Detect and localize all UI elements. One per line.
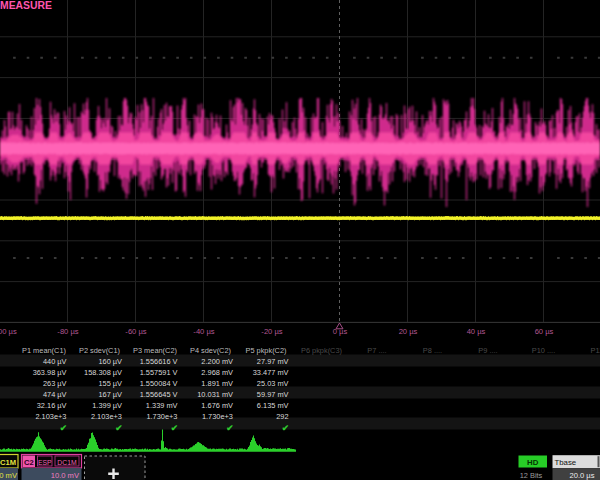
- svg-text:20 µs: 20 µs: [399, 327, 418, 336]
- svg-text:-80 µs: -80 µs: [57, 327, 78, 336]
- svg-text:2.103e+3: 2.103e+3: [35, 412, 66, 421]
- svg-text:0 mV: 0 mV: [0, 471, 18, 480]
- svg-text:-100 µs: -100 µs: [0, 327, 17, 336]
- svg-text:-20 µs: -20 µs: [261, 327, 282, 336]
- svg-text:HD: HD: [527, 458, 539, 467]
- svg-text:1.339 mV: 1.339 mV: [146, 401, 178, 410]
- svg-text:158.308 µV: 158.308 µV: [84, 368, 122, 377]
- svg-text:P10 ....: P10 ....: [532, 346, 555, 355]
- svg-text:1.550084 V: 1.550084 V: [140, 379, 178, 388]
- svg-text:167 µV: 167 µV: [98, 390, 122, 399]
- svg-text:292: 292: [276, 412, 288, 421]
- svg-text:1.556616 V: 1.556616 V: [140, 357, 178, 366]
- svg-text:ESP: ESP: [38, 459, 52, 466]
- svg-text:P1 mean(C1): P1 mean(C1): [22, 346, 66, 355]
- svg-text:2.103e+3: 2.103e+3: [91, 412, 122, 421]
- svg-text:155 µV: 155 µV: [98, 379, 122, 388]
- svg-text:-60 µs: -60 µs: [125, 327, 146, 336]
- svg-text:✔: ✔: [282, 423, 289, 433]
- svg-text:1.399 µV: 1.399 µV: [92, 401, 122, 410]
- svg-text:✔: ✔: [226, 423, 233, 433]
- svg-text:P8 ....: P8 ....: [423, 346, 442, 355]
- svg-text:160 µV: 160 µV: [98, 357, 122, 366]
- svg-text:33.477 mV: 33.477 mV: [253, 368, 289, 377]
- svg-text:363.98 µV: 363.98 µV: [33, 368, 67, 377]
- svg-text:✔: ✔: [60, 423, 67, 433]
- svg-text:59.97 mV: 59.97 mV: [257, 390, 289, 399]
- svg-text:263 µV: 263 µV: [43, 379, 67, 388]
- svg-text:27.97 mV: 27.97 mV: [257, 357, 289, 366]
- svg-text:440 µV: 440 µV: [43, 357, 67, 366]
- svg-text:DC1M: DC1M: [0, 458, 16, 467]
- svg-text:2.968 mV: 2.968 mV: [201, 368, 233, 377]
- svg-text:DC1M: DC1M: [57, 459, 77, 466]
- svg-text:6.135 mV: 6.135 mV: [257, 401, 289, 410]
- svg-text:1.676 mV: 1.676 mV: [201, 401, 233, 410]
- svg-text:-40 µs: -40 µs: [193, 327, 214, 336]
- svg-text:MEASURE: MEASURE: [0, 0, 52, 11]
- svg-text:40 µs: 40 µs: [467, 327, 486, 336]
- svg-text:12 Bits: 12 Bits: [520, 471, 543, 480]
- svg-text:32.16 µV: 32.16 µV: [37, 401, 67, 410]
- svg-text:1.556645 V: 1.556645 V: [140, 390, 178, 399]
- svg-text:P5 pkpk(C2): P5 pkpk(C2): [245, 346, 286, 355]
- svg-text:1.891 mV: 1.891 mV: [201, 379, 233, 388]
- svg-text:C2: C2: [24, 458, 34, 467]
- svg-text:P2 sdev(C1): P2 sdev(C1): [79, 346, 120, 355]
- svg-text:P6 pkpk(C3): P6 pkpk(C3): [301, 346, 342, 355]
- svg-text:1.730e+3: 1.730e+3: [146, 412, 177, 421]
- svg-text:✔: ✔: [171, 423, 178, 433]
- svg-text:P7 ....: P7 ....: [367, 346, 386, 355]
- svg-text:1.730e+3: 1.730e+3: [202, 412, 233, 421]
- svg-text:P11 ..: P11 ..: [591, 346, 600, 355]
- svg-text:2.200 mV: 2.200 mV: [201, 357, 233, 366]
- svg-text:10.0 mV: 10.0 mV: [51, 471, 80, 480]
- svg-text:P3 mean(C2): P3 mean(C2): [133, 346, 177, 355]
- svg-text:60 µs: 60 µs: [535, 327, 554, 336]
- svg-text:474 µV: 474 µV: [43, 390, 67, 399]
- svg-text:P4 sdev(C2): P4 sdev(C2): [190, 346, 231, 355]
- svg-text:20.0 µs: 20.0 µs: [569, 471, 594, 480]
- svg-text:Tbase: Tbase: [555, 458, 577, 467]
- svg-text:0 µs: 0 µs: [333, 327, 348, 336]
- svg-text:25.03 mV: 25.03 mV: [257, 379, 289, 388]
- svg-text:P9 ....: P9 ....: [478, 346, 497, 355]
- svg-text:1.557591 V: 1.557591 V: [140, 368, 178, 377]
- svg-text:10.031 mV: 10.031 mV: [197, 390, 233, 399]
- svg-text:✔: ✔: [115, 423, 122, 433]
